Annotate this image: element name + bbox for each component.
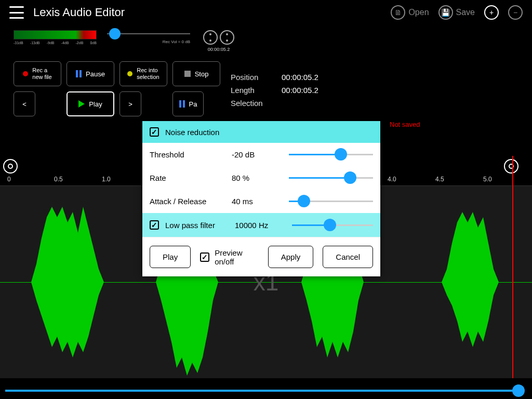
info-panel: Position00:00:05.2 Length00:00:05.2 Sele…: [231, 73, 318, 112]
save-label: Save: [456, 8, 475, 17]
level-meter: -31dB-13dB-9dB-4dB-2dB0dB: [14, 30, 97, 45]
param-value: 40 ms: [232, 197, 284, 206]
save-icon: 💾: [438, 5, 453, 20]
param-slider[interactable]: [289, 201, 373, 202]
pause-icon: [179, 100, 185, 108]
dialog-param-row: Attack / Release40 ms: [142, 190, 380, 213]
rec-new-file-button[interactable]: Rec a new file: [14, 61, 61, 86]
reel-time: 00:00:05.2: [201, 47, 237, 52]
playhead[interactable]: [512, 156, 513, 378]
stop-icon: [184, 71, 191, 77]
dialog-header: Noise reduction: [142, 121, 380, 143]
scrub-thumb[interactable]: [512, 384, 525, 397]
menu-icon[interactable]: [9, 6, 24, 19]
pause-play-button[interactable]: Pa: [172, 91, 204, 116]
length-value: 00:00:05.2: [282, 86, 318, 95]
lpf-label: Low pass filter: [165, 221, 235, 230]
tape-reels: 00:00:05.2: [201, 30, 237, 52]
lpf-checkbox[interactable]: [150, 220, 159, 230]
preview-label: Preview on/off: [215, 248, 259, 266]
selection-label: Selection: [231, 99, 282, 108]
ruler-tick: 4.0: [388, 176, 396, 183]
low-pass-filter-row: Low pass filter 10000 Hz: [142, 213, 380, 237]
open-button[interactable]: 🗎 Open: [391, 5, 429, 20]
zoom-in-button[interactable]: +: [484, 5, 499, 20]
length-label: Length: [231, 86, 282, 95]
record-selection-icon: [127, 71, 132, 76]
param-label: Threshold: [150, 150, 232, 159]
open-icon: 🗎: [391, 5, 405, 20]
ruler-tick: 1.0: [102, 176, 111, 183]
app-header: Lexis Audio Editor 🗎 Open 💾 Save + −: [0, 0, 532, 25]
meter-ticks: -31dB-13dB-9dB-4dB-2dB0dB: [14, 41, 97, 45]
play-icon: [78, 100, 85, 108]
ruler-tick: 5.0: [483, 176, 492, 183]
noise-reduction-checkbox[interactable]: [150, 127, 159, 137]
marker-start[interactable]: [3, 159, 18, 174]
apply-button[interactable]: Apply: [268, 246, 314, 268]
zoom-out-button[interactable]: −: [508, 5, 523, 20]
stop-button[interactable]: Stop: [172, 61, 220, 86]
lpf-slider[interactable]: [292, 224, 373, 226]
dialog-play-button[interactable]: Play: [150, 246, 191, 268]
param-slider[interactable]: [289, 154, 373, 155]
zoom-out-icon: −: [508, 5, 523, 20]
param-slider[interactable]: [289, 177, 373, 179]
dialog-param-row: Rate80 %: [142, 166, 380, 190]
dialog-rows: Threshold-20 dBRate80 %Attack / Release4…: [142, 143, 380, 213]
record-icon: [23, 71, 28, 76]
param-value: -20 dB: [232, 150, 284, 159]
zoom-in-icon: +: [484, 5, 499, 20]
cancel-button[interactable]: Cancel: [323, 246, 373, 268]
preview-checkbox[interactable]: [200, 252, 209, 262]
open-label: Open: [408, 8, 429, 17]
param-value: 80 %: [232, 174, 284, 182]
next-button[interactable]: >: [119, 91, 141, 116]
dialog-footer: Play Preview on/off Apply Cancel: [142, 237, 380, 276]
not-saved-label: Not saved: [390, 121, 420, 128]
dialog-param-row: Threshold-20 dB: [142, 143, 380, 166]
param-label: Attack / Release: [150, 197, 232, 206]
marker-end[interactable]: [504, 159, 518, 174]
rec-vol-label: Rec Vol = 0 dB: [107, 39, 190, 44]
ruler-tick: 4.5: [435, 176, 444, 183]
prev-button[interactable]: <: [14, 91, 35, 116]
ruler-tick: 0: [7, 176, 11, 183]
position-value: 00:00:05.2: [282, 73, 318, 82]
ruler-tick: 0.5: [54, 176, 63, 183]
rec-into-selection-button[interactable]: Rec into selection: [119, 61, 167, 86]
param-label: Rate: [150, 174, 232, 182]
dialog-title: Noise reduction: [165, 128, 219, 137]
noise-reduction-dialog: Noise reduction Threshold-20 dBRate80 %A…: [142, 121, 380, 276]
app-title: Lexis Audio Editor: [33, 6, 125, 19]
save-button[interactable]: 💾 Save: [438, 5, 475, 20]
rec-volume-slider[interactable]: Rec Vol = 0 dB: [107, 33, 190, 44]
pause-rec-button[interactable]: Pause: [66, 61, 114, 86]
play-button[interactable]: Play: [66, 91, 114, 116]
pause-icon: [76, 70, 82, 77]
scrub-bar[interactable]: [5, 390, 522, 392]
lpf-value: 10000 Hz: [235, 221, 287, 230]
meter-row: -31dB-13dB-9dB-4dB-2dB0dB Rec Vol = 0 dB…: [0, 25, 532, 61]
position-label: Position: [231, 73, 282, 82]
